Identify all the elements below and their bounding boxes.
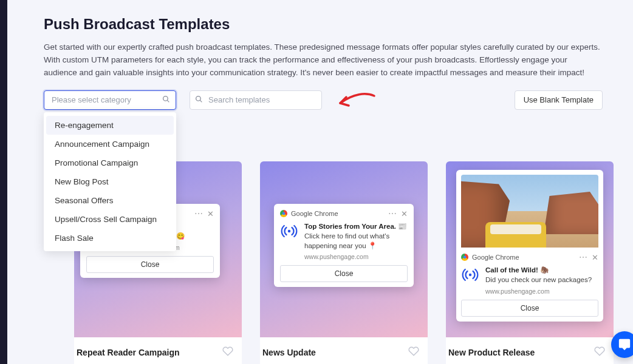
- notif-domain: www.pushengage.com: [485, 288, 598, 295]
- template-card[interactable]: Google Chrome ⋯ ✕: [446, 161, 614, 364]
- notification-preview: Google Chrome ⋯ ✕: [274, 204, 414, 287]
- category-option[interactable]: Promotional Campaign: [46, 153, 174, 172]
- svg-point-5: [469, 274, 472, 277]
- notif-title: Call of the Wild! 🦣: [485, 266, 598, 274]
- card-footer: News Update: [260, 337, 428, 364]
- category-option[interactable]: New Blog Post: [46, 172, 174, 191]
- template-card[interactable]: Google Chrome ⋯ ✕: [260, 161, 428, 364]
- notification-preview: Google Chrome ⋯ ✕: [456, 170, 603, 322]
- category-option[interactable]: Re-engagement: [46, 116, 174, 135]
- heart-icon[interactable]: [222, 346, 233, 359]
- search-wrap: [190, 90, 322, 110]
- notif-browser: Google Chrome: [291, 210, 338, 217]
- close-icon[interactable]: ✕: [592, 253, 598, 262]
- template-title: News Update: [262, 348, 316, 357]
- left-nav-rail: [0, 0, 7, 364]
- category-option[interactable]: Upsell/Cross Sell Campaign: [46, 210, 174, 229]
- category-option[interactable]: Announcement Campaign: [46, 135, 174, 153]
- broadcast-icon: [461, 266, 479, 284]
- hero-image: [461, 175, 598, 248]
- template-title: New Product Release: [448, 348, 535, 357]
- page-title: Push Broadcast Templates: [44, 16, 603, 33]
- notif-close-button[interactable]: Close: [461, 300, 598, 317]
- heart-icon[interactable]: [408, 346, 419, 359]
- close-icon[interactable]: ✕: [401, 209, 408, 218]
- category-dropdown: Re-engagement Announcement Campaign Prom…: [44, 112, 176, 251]
- chrome-icon: [461, 254, 468, 261]
- template-title: Repeat Reader Campaign: [77, 348, 180, 357]
- svg-point-0: [163, 96, 168, 101]
- notif-close-button[interactable]: Close: [86, 256, 214, 273]
- broadcast-icon: [280, 222, 298, 240]
- intro-text: Get started with our expertly crafted pu…: [44, 41, 603, 79]
- notif-title: Top Stories from Your Area. 📰: [304, 222, 408, 231]
- page-content: Push Broadcast Templates Get started wit…: [7, 0, 633, 364]
- search-icon: [162, 95, 170, 106]
- svg-line-1: [167, 100, 169, 102]
- notif-browser: Google Chrome: [472, 254, 519, 261]
- category-option[interactable]: Flash Sale: [46, 229, 174, 248]
- card-footer: Repeat Reader Campaign: [74, 337, 242, 364]
- chat-icon: [618, 338, 631, 351]
- more-icon: ⋯: [388, 209, 397, 218]
- use-blank-template-button[interactable]: Use Blank Template: [515, 90, 603, 110]
- category-option[interactable]: Seasonal Offers: [46, 191, 174, 210]
- template-preview: Google Chrome ⋯ ✕: [446, 161, 614, 337]
- svg-point-2: [196, 96, 201, 101]
- template-preview: Google Chrome ⋯ ✕: [260, 161, 428, 337]
- chrome-icon: [280, 210, 287, 217]
- notif-domain: www.pushengage.com: [304, 253, 408, 260]
- category-select[interactable]: [44, 90, 176, 110]
- notif-desc: Click here to find out what's happening …: [304, 232, 408, 251]
- search-input[interactable]: [190, 90, 322, 110]
- search-icon: [195, 95, 203, 106]
- close-icon[interactable]: ✕: [207, 209, 214, 218]
- notif-desc: Did you check our new packages?: [485, 275, 598, 285]
- heart-icon[interactable]: [594, 346, 605, 359]
- controls-row: Re-engagement Announcement Campaign Prom…: [44, 90, 603, 110]
- notif-close-button[interactable]: Close: [280, 265, 408, 282]
- more-icon: ⋯: [194, 209, 204, 218]
- card-footer: New Product Release: [446, 337, 614, 364]
- svg-point-4: [288, 230, 291, 233]
- svg-line-3: [200, 100, 202, 102]
- more-icon: ⋯: [579, 252, 588, 262]
- chat-widget-button[interactable]: [611, 331, 633, 358]
- category-select-wrap: Re-engagement Announcement Campaign Prom…: [44, 90, 176, 110]
